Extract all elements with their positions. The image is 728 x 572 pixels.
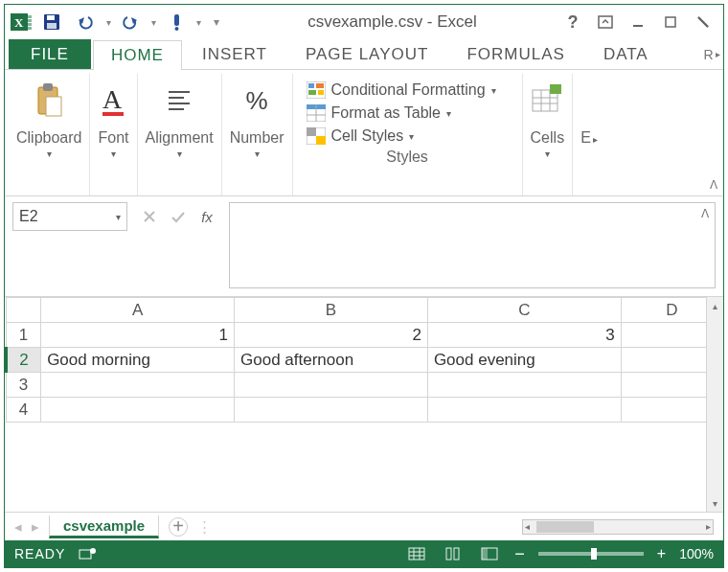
- group-font[interactable]: A Font ▾: [90, 74, 137, 195]
- clipboard-caret-icon: ▾: [47, 149, 52, 159]
- select-all-corner[interactable]: [7, 298, 41, 323]
- formula-enter-button[interactable]: [164, 202, 193, 231]
- cell-B1[interactable]: 2: [235, 323, 428, 348]
- cell-C2[interactable]: Good evening: [427, 348, 621, 373]
- name-box[interactable]: E2 ▾: [12, 202, 127, 231]
- tab-data[interactable]: DATA: [585, 39, 667, 69]
- tab-formulas[interactable]: FORMULAS: [448, 39, 582, 69]
- group-number-label: Number: [230, 129, 284, 147]
- group-cells-label: Cells: [531, 129, 565, 147]
- status-bar: READY − + 100%: [5, 540, 723, 567]
- svg-rect-20: [46, 97, 61, 116]
- row-header-1[interactable]: 1: [7, 323, 41, 348]
- cell-C1[interactable]: 3: [427, 323, 621, 348]
- group-cells[interactable]: Cells ▾: [523, 74, 574, 195]
- touch-caret-icon[interactable]: ▾: [196, 17, 201, 28]
- zoom-in-button[interactable]: +: [657, 545, 666, 562]
- svg-text:X: X: [14, 15, 24, 30]
- cell-A1[interactable]: 1: [41, 323, 235, 348]
- row-header-3[interactable]: 3: [7, 373, 41, 398]
- alignment-icon: [165, 78, 193, 124]
- zoom-slider[interactable]: [538, 552, 644, 556]
- group-overflow[interactable]: E▸: [573, 74, 611, 195]
- redo-caret-icon[interactable]: ▾: [151, 17, 156, 28]
- cell-B4[interactable]: [235, 398, 428, 423]
- conditional-formatting-button[interactable]: Conditional Formatting ▾: [307, 81, 505, 99]
- macro-record-icon[interactable]: [79, 547, 96, 561]
- collapse-ribbon-button[interactable]: ᐱ: [710, 178, 717, 192]
- insert-function-button[interactable]: fx: [193, 202, 221, 231]
- undo-caret-icon[interactable]: ▾: [106, 17, 111, 28]
- col-header-A[interactable]: A: [41, 298, 235, 323]
- cell-C4[interactable]: [427, 398, 621, 423]
- sheet-nav-next[interactable]: ▸: [32, 518, 39, 536]
- row-header-4[interactable]: 4: [7, 398, 41, 423]
- cell-styles-label: Cell Styles: [331, 127, 404, 145]
- view-normal-button[interactable]: [405, 544, 428, 563]
- row-header-2[interactable]: 2: [7, 348, 41, 373]
- tab-page-layout[interactable]: PAGE LAYOUT: [287, 39, 446, 69]
- cell-C3[interactable]: [427, 373, 621, 398]
- cond-fmt-caret-icon: ▾: [491, 85, 496, 96]
- tab-insert[interactable]: INSERT: [184, 39, 285, 69]
- cell-styles-button[interactable]: Cell Styles ▾: [307, 127, 505, 145]
- svg-rect-5: [28, 27, 32, 30]
- ribbon-display-button[interactable]: [591, 9, 620, 35]
- zoom-out-button[interactable]: −: [514, 544, 525, 564]
- svg-rect-47: [80, 550, 91, 559]
- sheet-tab-active[interactable]: csvexample: [49, 515, 159, 538]
- zoom-level[interactable]: 100%: [679, 546, 714, 561]
- format-as-table-button[interactable]: Format as Table ▾: [307, 104, 505, 122]
- vertical-scrollbar[interactable]: ▴ ▾: [706, 297, 723, 512]
- titlebar: X ▾ ▾ ▾ ▾ csvexample.csv - Excel ?: [5, 5, 723, 39]
- cell-B2[interactable]: Good afternoon: [235, 348, 428, 373]
- formula-cancel-button[interactable]: [135, 202, 164, 231]
- tab-file[interactable]: FILE: [9, 39, 91, 69]
- hscroll-left-icon[interactable]: ◂: [525, 521, 530, 532]
- tab-home[interactable]: HOME: [93, 40, 182, 70]
- group-number[interactable]: % Number ▾: [222, 74, 293, 195]
- svg-rect-4: [28, 23, 32, 26]
- group-alignment[interactable]: Alignment ▾: [138, 74, 222, 195]
- cell-A2[interactable]: Good morning: [41, 348, 235, 373]
- redo-button[interactable]: [117, 8, 146, 36]
- minimize-button[interactable]: [624, 9, 652, 35]
- help-button[interactable]: ?: [558, 9, 587, 35]
- scroll-down-icon[interactable]: ▾: [707, 494, 723, 512]
- view-page-layout-button[interactable]: [442, 544, 465, 563]
- svg-rect-22: [102, 112, 124, 116]
- fmt-table-caret-icon: ▾: [446, 108, 451, 119]
- number-icon: %: [246, 78, 268, 124]
- cell-A3[interactable]: [41, 373, 235, 398]
- group-styles: Conditional Formatting ▾ Format as Table…: [293, 74, 523, 195]
- conditional-formatting-label: Conditional Formatting: [331, 81, 486, 99]
- horizontal-scrollbar[interactable]: ◂ ▸: [522, 519, 714, 535]
- worksheet-grid[interactable]: A B C D 1 1 2 3 2 Good morning Good afte…: [5, 297, 723, 423]
- col-header-C[interactable]: C: [427, 298, 621, 323]
- cell-B3[interactable]: [235, 373, 428, 398]
- save-button[interactable]: [37, 8, 66, 36]
- hscroll-right-icon[interactable]: ▸: [706, 521, 711, 532]
- view-page-break-button[interactable]: [478, 544, 501, 563]
- expand-formula-bar-button[interactable]: ᐱ: [701, 207, 709, 220]
- sheet-nav-prev[interactable]: ◂: [14, 518, 22, 536]
- scroll-up-icon[interactable]: ▴: [707, 297, 723, 314]
- touch-mode-button[interactable]: [162, 8, 191, 36]
- close-button[interactable]: [689, 9, 717, 35]
- cell-A4[interactable]: [41, 398, 235, 423]
- cell-styles-caret-icon: ▾: [409, 131, 414, 142]
- format-as-table-icon: [307, 104, 326, 122]
- svg-rect-55: [454, 548, 459, 560]
- alignment-caret-icon: ▾: [177, 149, 182, 159]
- svg-line-17: [698, 17, 708, 27]
- new-sheet-button[interactable]: +: [169, 517, 188, 537]
- undo-button[interactable]: [72, 8, 101, 36]
- ribbon: Clipboard ▾ A Font ▾ Alignment ▾ % Numbe…: [5, 70, 723, 196]
- qat-customize-button[interactable]: ▾: [207, 8, 226, 36]
- formula-input[interactable]: ᐱ: [229, 202, 716, 288]
- group-clipboard[interactable]: Clipboard ▾: [9, 74, 90, 195]
- tab-overflow[interactable]: R▸: [700, 39, 723, 69]
- maximize-button[interactable]: [656, 9, 685, 35]
- svg-rect-3: [28, 19, 32, 22]
- col-header-B[interactable]: B: [235, 298, 428, 323]
